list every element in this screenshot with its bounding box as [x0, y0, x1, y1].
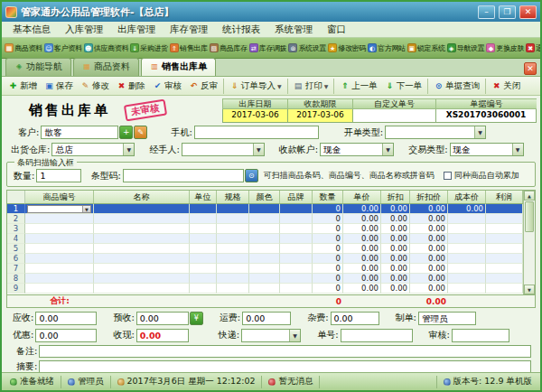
cell-cost[interactable] [448, 274, 486, 284]
close-doc-button[interactable]: ✖ 关闭 ▼ [485, 79, 524, 94]
chevron-down-icon[interactable] [512, 144, 523, 155]
cell-discount-price[interactable]: 0.00 [410, 284, 448, 294]
cell-cost[interactable] [448, 244, 486, 254]
warehouse-combo[interactable]: 总店 [51, 143, 135, 156]
receivable-field[interactable]: 0.00 [35, 312, 97, 325]
cell-unit[interactable] [190, 274, 217, 284]
cell-profit[interactable] [486, 284, 523, 294]
auto-accumulate-checkbox[interactable] [444, 172, 452, 180]
cell-unit[interactable] [190, 284, 217, 294]
cell-discount[interactable]: 0.00 [381, 214, 410, 224]
cell-price[interactable]: 0.00 [343, 274, 381, 284]
col-discount[interactable]: 折扣 [381, 191, 410, 204]
cell-unit[interactable] [190, 234, 217, 244]
cell-profit[interactable] [486, 214, 523, 224]
settings-button[interactable]: ⊛ 系统设置 [287, 42, 327, 54]
cell-discount-price[interactable]: 0.00 [410, 214, 448, 224]
cell-product-code[interactable] [25, 254, 94, 264]
tracking-no-field[interactable] [341, 329, 413, 342]
cell-discount-price[interactable]: 0.00 [410, 234, 448, 244]
chevron-down-icon[interactable] [289, 330, 300, 341]
cell-brand[interactable] [280, 234, 313, 244]
cell-unit[interactable] [190, 204, 217, 214]
cell-discount-price[interactable]: 0.00 [410, 224, 448, 234]
misc-fee-field[interactable]: 0.00 [331, 312, 379, 325]
barcode-field[interactable] [123, 169, 244, 182]
cell-profit[interactable] [486, 264, 523, 274]
cash-received-field[interactable]: 0.00 [136, 329, 189, 342]
cell-product-code[interactable] [25, 244, 94, 254]
cell-discount[interactable]: 0.00 [381, 284, 410, 294]
cell-brand[interactable] [280, 264, 313, 274]
menu-item[interactable]: 库存管理 [163, 23, 215, 37]
remark-field[interactable] [39, 345, 531, 358]
import-order-button[interactable]: ⇓ 订单导入 ▼ [223, 79, 285, 94]
audit-button[interactable]: ✔ 审核 ▼ [149, 79, 185, 94]
cell-spec[interactable] [217, 234, 249, 244]
cell-spec[interactable] [217, 274, 249, 284]
cell-cost[interactable]: 0.00 [448, 204, 486, 214]
cell-spec[interactable] [217, 284, 249, 294]
cell-profit[interactable] [486, 254, 523, 264]
prepaid-field[interactable]: 0.00 [136, 312, 189, 325]
cell-color[interactable] [249, 234, 280, 244]
skin-button[interactable]: ◆ 更换皮肤 [485, 42, 525, 54]
cell-discount[interactable]: 0.00 [381, 274, 410, 284]
cell-product-code[interactable] [25, 274, 94, 284]
cell-unit[interactable] [190, 254, 217, 264]
custom-no-field[interactable] [352, 109, 435, 123]
menu-item[interactable]: 窗口 [320, 23, 353, 37]
cell-qty[interactable]: 0 [313, 204, 343, 214]
table-row[interactable]: 8 0 0.00 0.00 0.00 [7, 274, 523, 284]
lock-button[interactable]: ▣ 锁定系统 [406, 42, 446, 54]
cell-name[interactable] [94, 274, 190, 284]
cell-color[interactable] [249, 204, 280, 214]
tab-goods[interactable]: ▦ 商品资料 [73, 58, 139, 76]
close-button[interactable] [519, 5, 537, 19]
cell-qty[interactable]: 0 [313, 284, 343, 294]
table-row[interactable]: 6 0 0.00 0.00 0.00 [7, 254, 523, 264]
cell-color[interactable] [249, 224, 280, 234]
cell-profit[interactable] [486, 244, 523, 254]
minimize-button[interactable] [478, 5, 495, 19]
add-customer-button[interactable] [119, 126, 133, 139]
cell-profit[interactable] [486, 274, 523, 284]
col-name[interactable]: 名称 [94, 191, 190, 204]
cell-name[interactable] [94, 214, 190, 224]
cell-color[interactable] [249, 254, 280, 264]
menu-item[interactable]: 出库管理 [110, 23, 163, 37]
menu-item[interactable]: 统计报表 [215, 23, 267, 37]
cell-price[interactable]: 0.00 [343, 244, 381, 254]
next-order-button[interactable]: ⇓ 下一单 ▼ [381, 79, 426, 94]
new-button[interactable]: ✚ 新增 ▼ [5, 79, 41, 94]
handler-combo[interactable] [182, 143, 265, 156]
cell-profit[interactable] [486, 224, 523, 234]
status-message-segment[interactable]: 暂无消息 [262, 376, 320, 388]
express-combo[interactable] [241, 329, 301, 342]
cell-product-code[interactable] [25, 284, 94, 294]
table-row[interactable]: 4 0 0.00 0.00 0.00 [7, 234, 523, 244]
cell-brand[interactable] [280, 274, 313, 284]
cell-qty[interactable]: 0 [313, 274, 343, 284]
col-product-code[interactable]: 商品编号 [25, 191, 94, 204]
cell-unit[interactable] [190, 264, 217, 274]
nav-settings-button[interactable]: ◈ 导航设置 [446, 42, 486, 54]
chevron-down-icon[interactable] [253, 144, 264, 155]
prev-order-button[interactable]: ⇑ 上一单 ▼ [333, 79, 381, 94]
cell-product-code[interactable] [25, 214, 94, 224]
table-row[interactable]: 2 0 0.00 0.00 0.00 [7, 214, 523, 224]
cell-discount[interactable]: 0.00 [381, 224, 410, 234]
cell-spec[interactable] [217, 204, 249, 214]
cell-qty[interactable]: 0 [313, 254, 343, 264]
chevron-down-icon[interactable] [474, 126, 485, 138]
cell-cost[interactable] [448, 234, 486, 244]
cell-brand[interactable] [280, 244, 313, 254]
table-row[interactable]: 9 0 0.00 0.00 0.00 [7, 284, 523, 294]
table-row[interactable]: 1 0 0.00 0.00 0.00 0.00 [7, 204, 523, 214]
outbound-date-field[interactable]: 2017-03-06 [222, 109, 287, 123]
scroll-down-icon[interactable] [524, 285, 535, 294]
customer-field[interactable]: 散客 [41, 126, 118, 139]
col-color[interactable]: 颜色 [249, 191, 280, 204]
account-combo[interactable]: 现金 [320, 143, 394, 156]
menu-item[interactable]: 基本信息 [5, 23, 58, 37]
